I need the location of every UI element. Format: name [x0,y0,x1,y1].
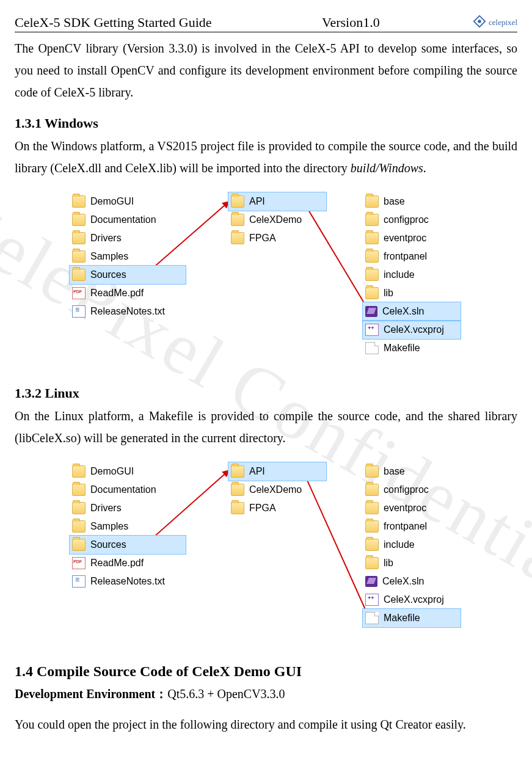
file-name-label: frontpanel [384,521,427,532]
pdf-icon [72,557,86,569]
solution-icon [365,576,377,587]
folder-icon [365,214,379,226]
file-name-label: Drivers [90,233,122,244]
text-file-icon [72,575,86,588]
folder-icon [365,232,379,244]
file-name-label: lib [384,558,393,569]
text-file-icon [72,305,86,318]
file-name-label: API [249,466,265,477]
folder-icon [365,195,379,208]
file-name-label: Drivers [90,503,122,514]
file-row: lib [363,554,461,572]
folder-icon [72,520,86,533]
file-list-root-2: DemoGUIDocumentationDriversSamplesSource… [70,462,186,591]
file-list-api: baseconfigproceventprocfrontpanelinclude… [363,192,461,357]
svg-point-1 [478,20,481,23]
file-row: Makefile [363,609,461,627]
folder-icon [72,465,86,478]
file-row: CeleXDemo [228,481,326,499]
folder-icon [231,465,244,478]
file-name-label: API [249,196,265,207]
page-header: CeleX-5 SDK Getting Started Guide Versio… [15,15,517,32]
file-row: Documentation [70,211,186,229]
para-1-3-1-italic: build/Windows [351,161,423,175]
file-name-label: base [384,466,405,477]
folder-icon [365,520,379,533]
file-name-label: CeleX.sln [382,576,424,587]
file-row: CeleXDemo [228,211,326,229]
file-name-label: ReleaseNotes.txt [90,576,165,587]
file-name-label: FPGA [249,503,276,514]
folder-icon [231,214,244,226]
paragraph-1-4: You could open the project in the follow… [15,713,517,735]
file-name-label: CeleX.vcxproj [384,324,444,335]
file-name-label: CeleXDemo [249,214,302,225]
folder-icon [72,484,86,496]
file-row: CeleX.sln [363,302,461,321]
file-name-label: Makefile [384,613,420,624]
file-list-sources-2: APICeleXDemoFPGA [228,462,326,517]
folder-icon [72,502,86,514]
vcxproj-icon [365,594,379,606]
file-name-label: include [384,539,415,550]
file-row: Samples [70,517,186,536]
heading-1-3-2: 1.3.2 Linux [15,385,517,401]
file-row: Sources [70,266,186,284]
folder-icon [365,287,379,299]
file-row: CeleX.vcxproj [363,321,461,339]
file-row: ReadMe.pdf [70,554,186,572]
file-row: eventproc [363,229,461,247]
file-name-label: CeleX.vcxproj [384,594,444,605]
folder-icon [365,502,379,514]
file-name-label: Sources [90,269,126,280]
folder-icon [365,557,379,569]
solution-icon [365,306,377,317]
file-name-label: Documentation [90,484,156,495]
folder-icon [72,539,86,551]
file-row: Documentation [70,481,186,499]
logo-text: celepixel [489,18,517,27]
figure-linux-files: DemoGUIDocumentationDriversSamplesSource… [70,460,517,645]
heading-1-4: 1.4 Compile Source Code of CeleX Demo GU… [15,663,517,680]
file-name-label: Samples [90,251,128,262]
file-name-label: FPGA [249,233,276,244]
folder-icon [72,214,86,226]
file-name-label: base [384,196,405,207]
file-row: configproc [363,211,461,229]
file-name-label: ReleaseNotes.txt [90,306,165,317]
folder-icon [231,502,244,514]
file-row: CeleX.vcxproj [363,591,461,609]
file-row: Drivers [70,499,186,517]
file-row: ReadMe.pdf [70,284,186,302]
dev-env-label: Development Environment： [15,687,167,701]
para-1-3-1-text: On the Windows platform, a VS2015 projec… [15,139,517,175]
file-row: CeleX.sln [363,572,461,591]
figure-windows-files: DemoGUIDocumentationDriversSamplesSource… [70,190,517,373]
file-list-api-2: baseconfigproceventprocfrontpanelinclude… [363,462,461,627]
file-row: FPGA [228,229,326,247]
pdf-icon [72,287,86,299]
file-name-label: CeleXDemo [249,484,302,495]
file-row: configproc [363,481,461,499]
file-row: frontpanel [363,247,461,266]
file-name-label: eventproc [384,503,426,514]
file-name-label: Samples [90,521,128,532]
file-row: ReleaseNotes.txt [70,572,186,591]
file-row: Sources [70,536,186,554]
file-row: Drivers [70,229,186,247]
file-row: ReleaseNotes.txt [70,302,186,321]
dev-env-value: Qt5.6.3 + OpenCV3.3.0 [167,687,285,701]
file-row: base [363,462,461,481]
heading-1-3-1: 1.3.1 Windows [15,115,517,131]
header-version: Version1.0 [297,15,444,31]
file-name-label: DemoGUI [90,466,134,477]
header-title: CeleX-5 SDK Getting Started Guide [15,15,297,31]
folder-icon [231,484,244,496]
file-name-label: frontpanel [384,251,427,262]
file-icon [365,342,379,354]
file-name-label: ReadMe.pdf [90,558,144,569]
folder-icon [365,269,379,281]
folder-icon [365,250,379,263]
folder-icon [231,195,244,208]
file-name-label: Makefile [384,343,420,354]
